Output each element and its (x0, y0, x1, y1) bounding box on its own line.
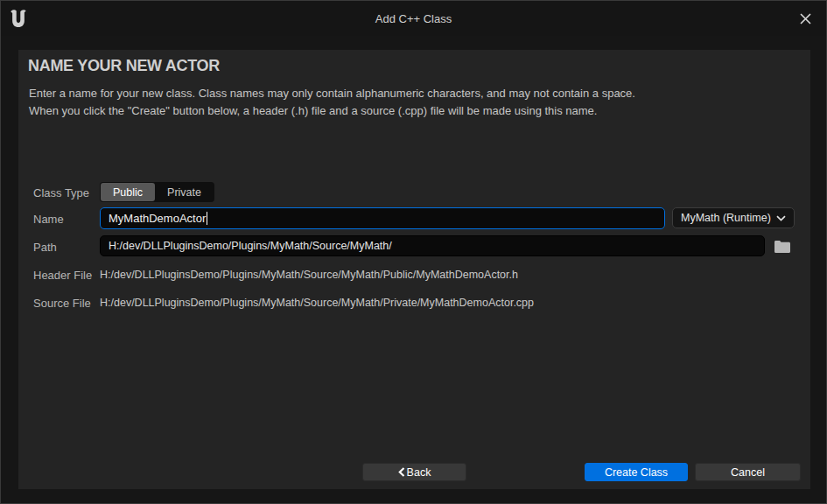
description-line-1: Enter a name for your new class. Class n… (29, 87, 635, 100)
folder-icon (774, 239, 791, 254)
path-input-value: H:/dev/DLLPluginsDemo/Plugins/MyMath/Sou… (109, 240, 392, 252)
module-dropdown[interactable]: MyMath (Runtime) (672, 207, 795, 228)
class-type-label: Class Type (33, 186, 89, 200)
class-type-private-button[interactable]: Private (155, 183, 214, 201)
chevron-down-icon (776, 215, 786, 221)
cancel-button[interactable]: Cancel (695, 463, 801, 481)
module-dropdown-value: MyMath (Runtime) (681, 212, 776, 224)
class-type-toggle: Public Private (100, 182, 214, 202)
header-file-label: Header File (33, 269, 92, 282)
name-input-value: MyMathDemoActor (109, 212, 206, 225)
source-file-value: H:/dev/DLLPluginsDemo/Plugins/MyMath/Sou… (100, 297, 534, 309)
back-button-label: Back (407, 466, 431, 479)
class-type-public-button[interactable]: Public (101, 183, 155, 201)
create-class-button[interactable]: Create Class (585, 463, 688, 481)
page-title: NAME YOUR NEW ACTOR (28, 57, 220, 75)
description-line-2: When you click the "Create" button below… (29, 104, 597, 117)
title-bar: Add C++ Class (1, 1, 826, 36)
name-label: Name (33, 213, 64, 226)
window-title: Add C++ Class (1, 1, 826, 36)
chevron-left-icon (398, 467, 405, 477)
header-file-value: H:/dev/DLLPluginsDemo/Plugins/MyMath/Sou… (100, 269, 518, 281)
close-button[interactable] (795, 9, 815, 28)
source-file-label: Source File (33, 297, 91, 310)
name-input[interactable]: MyMathDemoActor (100, 207, 665, 229)
add-cpp-class-dialog: Add C++ Class NAME YOUR NEW ACTOR Enter … (0, 0, 827, 504)
folder-browse-button[interactable] (773, 238, 792, 255)
text-caret (207, 212, 207, 225)
path-input[interactable]: H:/dev/DLLPluginsDemo/Plugins/MyMath/Sou… (100, 235, 765, 256)
close-icon (800, 13, 811, 24)
path-label: Path (33, 241, 57, 254)
back-button[interactable]: Back (362, 463, 466, 481)
